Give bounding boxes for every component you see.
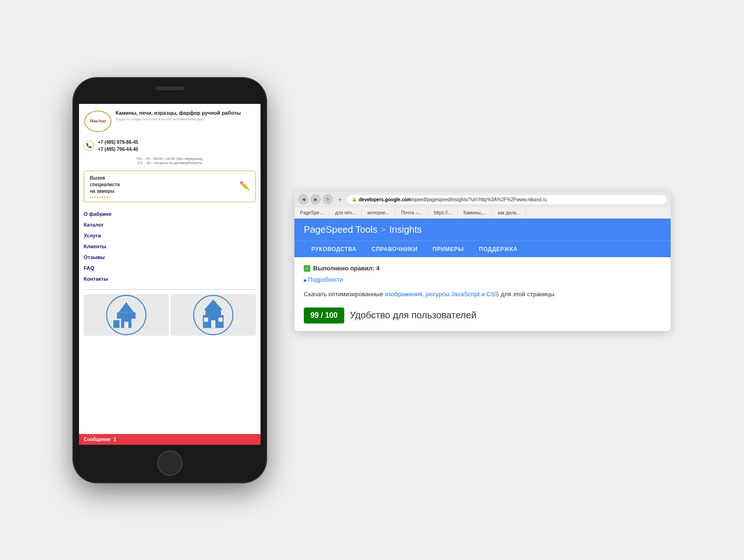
- url-domain: developers.google.com: [359, 197, 412, 202]
- tab-4[interactable]: https://...: [428, 207, 458, 218]
- nav-item-3[interactable]: Клиенты: [84, 241, 256, 252]
- score-badge: 99 / 100: [304, 308, 344, 323]
- hours-line-1: Пн. - Пт.: 09:00 - 18:00 (без перерыва): [84, 157, 256, 161]
- tab-6[interactable]: как дела...: [492, 207, 526, 218]
- phone-screen: НикАно Камины, печи, изразцы, фарфор руч…: [79, 104, 261, 445]
- browser-tabs-row: PageSpe... для печ... интерне... Почта –…: [294, 207, 671, 219]
- message-count: 1: [113, 437, 116, 442]
- tab-2[interactable]: интерне...: [362, 207, 396, 218]
- breadcrumb-separator: >: [381, 226, 385, 234]
- browser-chrome: ◀ ▶ ↻ + 🔒 developers.google.com/speed/pa…: [294, 191, 671, 207]
- phone-icon: 📞: [84, 141, 94, 151]
- https-icon: 🔒: [352, 197, 357, 202]
- company-name: Камины, печи, изразцы, фарфор ручной раб…: [116, 110, 256, 116]
- cta-button[interactable]: Вызов специалиста на замеры ✏️: [84, 171, 256, 202]
- nav-item-6[interactable]: Контакты: [84, 274, 256, 284]
- nav-spravochniki[interactable]: СПРАВОЧНИКИ: [364, 241, 425, 257]
- download-text-after: для этой страницы: [499, 291, 554, 298]
- pencil-icon: ✏️: [239, 180, 250, 192]
- download-text: Скачать оптимизированные изображения, ре…: [304, 290, 661, 299]
- nav-item-1[interactable]: Каталог: [84, 220, 256, 230]
- svg-rect-12: [219, 317, 223, 322]
- browser-window: ◀ ▶ ↻ + 🔒 developers.google.com/speed/pa…: [294, 191, 671, 331]
- hours-line-2: Сб. - Вс.: встречи по договоренности: [84, 161, 256, 165]
- phone-numbers: +7 (495) 978-86-45 +7 (495) 796-44-45: [98, 139, 138, 153]
- phone-nav: О фабрике Каталог Услуги Клиенты Отзывы …: [79, 206, 261, 287]
- svg-rect-11: [204, 317, 208, 322]
- nav-divider: [84, 289, 256, 290]
- building-icon-right: [171, 294, 256, 336]
- address-bar[interactable]: 🔒 developers.google.com/speed/pagespeed/…: [347, 195, 667, 204]
- phone-logo: НикАно: [84, 110, 112, 133]
- phone-content: НикАно Камины, печи, изразцы, фарфор руч…: [79, 104, 261, 445]
- svg-marker-9: [204, 300, 223, 310]
- pagespeed-header: PageSpeed Tools > Insights: [294, 219, 671, 241]
- logo-text: НикАно: [90, 119, 106, 124]
- phone-header: НикАно Камины, печи, изразцы, фарфор руч…: [79, 104, 261, 137]
- breadcrumb-parent[interactable]: PageSpeed Tools: [304, 224, 377, 235]
- nav-item-0[interactable]: О фабрике: [84, 209, 256, 220]
- tab-0[interactable]: PageSpe...: [294, 207, 329, 218]
- breadcrumb: PageSpeed Tools > Insights: [304, 224, 661, 235]
- forward-button[interactable]: ▶: [310, 194, 321, 205]
- pagespeed-nav: РУКОВОДСТВА СПРАВОЧНИКИ ПРИМЕРЫ ПОДДЕРЖК…: [294, 241, 671, 257]
- phone-shell: НикАно Камины, печи, изразцы, фарфор руч…: [73, 78, 266, 482]
- breadcrumb-current: Insights: [389, 224, 422, 235]
- nav-item-5[interactable]: FAQ: [84, 263, 256, 274]
- nav-podderzhka[interactable]: ПОДДЕРЖКА: [471, 241, 525, 257]
- phone-contacts: 📞 +7 (495) 978-86-45 +7 (495) 796-44-45: [79, 137, 261, 155]
- phone-hours: Пн. - Пт.: 09:00 - 18:00 (без перерыва) …: [79, 155, 261, 167]
- svg-marker-4: [119, 302, 134, 312]
- details-link[interactable]: Подробности: [304, 276, 661, 283]
- refresh-button[interactable]: ↻: [323, 194, 333, 205]
- image-placeholder-left: [84, 294, 169, 336]
- svg-rect-10: [211, 320, 215, 328]
- url-path: /speed/pagespeed/insights/?url=http%3A%2…: [412, 197, 547, 202]
- cta-text: Вызов специалиста на замеры: [90, 175, 120, 198]
- image-placeholder-right: [171, 294, 256, 336]
- phone-mockup: НикАно Камины, печи, изразцы, фарфор руч…: [73, 78, 266, 482]
- svg-rect-5: [124, 322, 128, 328]
- message-label: Сообщение: [84, 437, 111, 442]
- rules-completed: ✓ Выполнено правил: 4: [304, 265, 661, 272]
- logo-oval: НикАно: [84, 110, 111, 132]
- nav-item-4[interactable]: Отзывы: [84, 252, 256, 263]
- company-tagline: Радость открытого огня и тепло человечес…: [116, 117, 256, 121]
- browser-url: developers.google.com/speed/pagespeed/in…: [359, 197, 547, 202]
- phone-number-1: +7 (495) 978-86-45: [98, 139, 138, 146]
- download-text-before: Скачать оптимизированные: [304, 291, 385, 298]
- nav-primery[interactable]: ПРИМЕРЫ: [425, 241, 472, 257]
- phone-company-info: Камины, печи, изразцы, фарфор ручной раб…: [116, 110, 256, 121]
- tab-1[interactable]: для печ...: [329, 207, 362, 218]
- svg-rect-3: [113, 320, 119, 328]
- nav-rukovodstva[interactable]: РУКОВОДСТВА: [304, 241, 364, 257]
- rules-icon: ✓: [304, 265, 310, 272]
- phone-number-2: +7 (495) 796-44-45: [98, 146, 138, 153]
- nav-item-2[interactable]: Услуги: [84, 230, 256, 241]
- new-tab-button[interactable]: +: [335, 194, 345, 205]
- tab-5[interactable]: Камины,...: [458, 207, 492, 218]
- tab-3[interactable]: Почта –...: [396, 207, 428, 218]
- score-row: 99 / 100 Удобство для пользователей: [304, 308, 661, 323]
- pagespeed-body: ✓ Выполнено правил: 4 Подробности Скачат…: [294, 257, 671, 331]
- cta-dots: [90, 197, 120, 198]
- phone-images-row: [79, 292, 261, 339]
- score-label: Удобство для пользователей: [350, 310, 476, 321]
- message-bar[interactable]: Сообщение 1: [79, 434, 261, 445]
- download-link[interactable]: изображения, ресурсы JavaScript и CSS: [385, 291, 499, 298]
- svg-rect-8: [206, 310, 221, 316]
- svg-rect-2: [117, 312, 136, 318]
- rules-completed-text: Выполнено правил: 4: [313, 265, 380, 272]
- back-button[interactable]: ◀: [298, 194, 309, 205]
- building-icon-left: [84, 294, 169, 336]
